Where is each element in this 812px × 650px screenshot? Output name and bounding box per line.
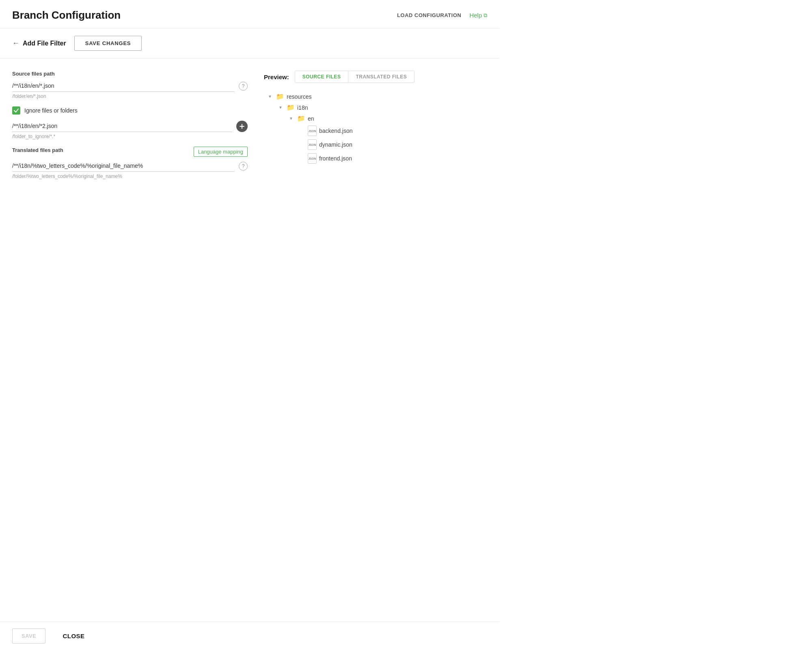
- file-icon-backend: JSON: [308, 126, 317, 136]
- left-panel: Source files path ? /folder/en/*.json Ig…: [12, 71, 248, 186]
- folder-i18n-label: i18n: [297, 104, 308, 111]
- ignore-pattern-input[interactable]: [12, 120, 232, 132]
- back-button[interactable]: ← Add File Filter: [12, 39, 66, 48]
- tab-source-files[interactable]: SOURCE FILES: [295, 71, 349, 82]
- back-arrow-icon: ←: [12, 39, 19, 48]
- toggle-en-icon[interactable]: ▼: [289, 116, 295, 121]
- file-icon-frontend: JSON: [308, 153, 317, 164]
- ignore-checkbox[interactable]: [12, 106, 20, 115]
- source-files-hint: /folder/en/*.json: [12, 93, 248, 99]
- folder-resources-label: resources: [287, 93, 311, 100]
- save-changes-button[interactable]: SAVE CHANGES: [74, 36, 142, 51]
- toggle-i18n-icon[interactable]: ▼: [279, 105, 284, 110]
- source-files-help-icon[interactable]: ?: [239, 82, 248, 91]
- plus-icon: [239, 124, 245, 129]
- source-files-label: Source files path: [12, 71, 248, 77]
- translated-files-label: Translated files path: [12, 147, 63, 153]
- folder-en-label: en: [308, 115, 314, 122]
- add-ignore-button[interactable]: [236, 121, 248, 132]
- help-label: Help: [469, 12, 482, 19]
- tree-children-i18n: ▼ 📁 en JSON backend.json: [279, 113, 487, 165]
- external-link-icon: ⧉: [484, 12, 487, 19]
- checkmark-icon: [14, 108, 19, 113]
- right-panel: Preview: SOURCE FILES TRANSLATED FILES ▼…: [264, 71, 487, 186]
- tree-item-i18n: ▼ 📁 i18n: [279, 102, 487, 113]
- file-frontend-label: frontend.json: [319, 155, 352, 162]
- sub-header: ← Add File Filter SAVE CHANGES: [0, 28, 499, 58]
- translated-files-help-icon[interactable]: ?: [239, 162, 248, 171]
- folder-resources-icon: 📁: [276, 93, 284, 100]
- ignore-label: Ignore files or folders: [24, 107, 78, 114]
- translated-input-row: ?: [12, 160, 248, 172]
- folder-en-icon: 📁: [297, 115, 305, 122]
- tab-translated-files[interactable]: TRANSLATED FILES: [348, 71, 414, 82]
- file-tree: ▼ 📁 resources ▼ 📁 i18n ▼ 📁 en: [264, 91, 487, 165]
- language-mapping-button[interactable]: Language mapping: [194, 147, 248, 157]
- page-title: Branch Configuration: [12, 9, 121, 22]
- file-dynamic-label: dynamic.json: [319, 141, 352, 148]
- translated-files-hint: /folder/%two_letters_code%/%original_fil…: [12, 173, 248, 179]
- source-files-input-row: ?: [12, 80, 248, 92]
- file-icon-dynamic: JSON: [308, 139, 317, 150]
- tree-item-resources: ▼ 📁 resources: [268, 91, 487, 102]
- toggle-resources-icon[interactable]: ▼: [268, 94, 274, 99]
- source-files-input[interactable]: [12, 80, 235, 92]
- translated-files-input[interactable]: [12, 160, 235, 172]
- preview-header: Preview: SOURCE FILES TRANSLATED FILES: [264, 71, 487, 83]
- tree-item-dynamic-json: JSON dynamic.json: [300, 138, 487, 152]
- section-title: Add File Filter: [23, 40, 66, 47]
- main-content: Source files path ? /folder/en/*.json Ig…: [0, 58, 499, 199]
- top-header: Branch Configuration LOAD CONFIGURATION …: [0, 0, 499, 28]
- translated-path-header: Translated files path Language mapping: [12, 147, 248, 157]
- tree-item-frontend-json: JSON frontend.json: [300, 152, 487, 165]
- tab-group: SOURCE FILES TRANSLATED FILES: [295, 71, 415, 83]
- help-link[interactable]: Help ⧉: [469, 12, 487, 19]
- folder-i18n-icon: 📁: [287, 104, 295, 111]
- tree-item-en: ▼ 📁 en: [289, 113, 487, 124]
- ignore-input-row: [12, 120, 248, 132]
- tree-item-backend-json: JSON backend.json: [300, 124, 487, 138]
- ignore-checkbox-row: Ignore files or folders: [12, 106, 248, 115]
- header-actions: LOAD CONFIGURATION Help ⧉: [397, 12, 487, 19]
- tree-children-resources: ▼ 📁 i18n ▼ 📁 en JSON: [268, 102, 487, 165]
- ignore-hint: /folder_to_ignore/*.*: [12, 134, 248, 139]
- file-backend-label: backend.json: [319, 128, 353, 134]
- preview-label: Preview:: [264, 74, 289, 80]
- tree-children-en: JSON backend.json JSON dynamic.json: [289, 124, 487, 165]
- load-config-button[interactable]: LOAD CONFIGURATION: [397, 12, 461, 18]
